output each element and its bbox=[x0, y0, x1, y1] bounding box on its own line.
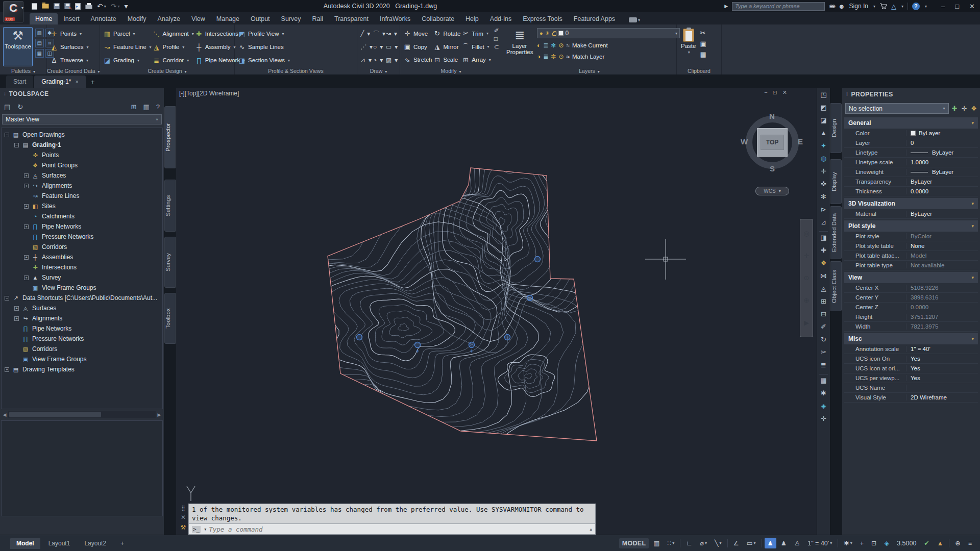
properties-section-view[interactable]: View▾ bbox=[844, 272, 978, 283]
compass-south[interactable]: S bbox=[770, 164, 775, 173]
wcs-selector[interactable]: WCS▾ bbox=[755, 187, 789, 195]
side-tool-icon-21[interactable]: ↻ bbox=[821, 336, 826, 346]
property-value[interactable]: Yes bbox=[906, 356, 978, 362]
status-graphics-performance-icon[interactable]: ✔ bbox=[921, 538, 932, 548]
ribbon-item-parcel[interactable]: ▦Parcel▾ bbox=[103, 27, 152, 40]
status-annotation-visibility-icon[interactable]: ♟ bbox=[765, 538, 776, 548]
paste-button[interactable]: Paste ▾ bbox=[680, 27, 697, 66]
toolspace-preview-toggle-icon[interactable]: ▦ bbox=[143, 103, 149, 111]
ribbon-item-profile[interactable]: ◮Profile▾ bbox=[153, 40, 194, 54]
side-tool-icon-14[interactable]: ✚ bbox=[821, 246, 826, 257]
properties-section-plot-style[interactable]: Plot style▾ bbox=[844, 220, 978, 232]
a360-arrow-icon[interactable]: ▾ bbox=[901, 4, 903, 9]
side-tool-icon-22[interactable]: ✂ bbox=[821, 348, 826, 359]
tree-item-assemblies[interactable]: +┼Assemblies bbox=[2, 252, 162, 262]
survey-point-marker[interactable] bbox=[505, 335, 510, 340]
menu-tab-modify[interactable]: Modify bbox=[122, 13, 152, 24]
contour-line[interactable] bbox=[518, 369, 537, 384]
tree-item-catchments[interactable]: ◔Catchments bbox=[2, 211, 162, 221]
status-warning-icon[interactable]: ▲ bbox=[934, 538, 946, 548]
cart-icon[interactable] bbox=[879, 3, 887, 10]
properties-section-general[interactable]: General▾ bbox=[844, 117, 978, 129]
status-layer-indicator-icon[interactable]: ◈ bbox=[881, 538, 893, 548]
palette-tool-icon-1[interactable]: ▥ bbox=[35, 29, 44, 37]
toolspace-help-icon[interactable]: ? bbox=[156, 103, 160, 111]
menu-tab-output[interactable]: Output bbox=[245, 13, 276, 24]
ribbon-item-corridor[interactable]: ≣Corridor▾ bbox=[153, 54, 194, 67]
tree-item-alignments[interactable]: +↪Alignments bbox=[2, 181, 162, 191]
tree-expander-icon[interactable]: + bbox=[24, 184, 29, 188]
help-arrow-icon[interactable]: ▾ bbox=[925, 4, 927, 9]
menu-tab-help[interactable]: Help bbox=[460, 13, 484, 24]
toolspace-button[interactable]: ⚒ Toolspace bbox=[3, 27, 33, 66]
help-icon[interactable]: ? bbox=[912, 3, 920, 10]
tree-expander-icon[interactable]: + bbox=[24, 255, 29, 260]
modify-extra-icon-2[interactable]: □ bbox=[494, 35, 499, 42]
property-value[interactable]: Yes bbox=[906, 365, 978, 371]
contour-drawing[interactable] bbox=[176, 88, 817, 535]
toolspace-hscrollbar[interactable]: ◀ ▶ bbox=[1, 411, 163, 418]
modify-extra-icon-3[interactable]: ⊂ bbox=[494, 43, 499, 51]
contour-line[interactable] bbox=[288, 241, 518, 422]
property-value[interactable]: Yes bbox=[906, 375, 978, 381]
tree-expander-icon[interactable]: + bbox=[24, 173, 29, 178]
ribbon-item-mirror[interactable]: ◮Mirror bbox=[433, 40, 460, 54]
drawing-area[interactable]: [-][Top][2D Wireframe] −⊡✕ N S W E TOP W… bbox=[176, 88, 817, 535]
contour-line[interactable] bbox=[329, 278, 492, 395]
survey-point-marker[interactable] bbox=[357, 335, 362, 340]
tree-item-pressure-networks[interactable]: ∏Pressure Networks bbox=[2, 232, 162, 242]
tree-expander-icon[interactable]: + bbox=[14, 306, 19, 311]
properties-grip-icon[interactable]: ⁞ bbox=[846, 92, 848, 97]
section-collapse-icon[interactable]: ▾ bbox=[971, 275, 974, 280]
tree-item-drawing-templates[interactable]: +▤Drawing Templates bbox=[2, 364, 162, 374]
layer-tool-icon-row1-3[interactable]: ✻ bbox=[551, 42, 556, 49]
paste-special-icon[interactable]: ▦ bbox=[700, 51, 706, 58]
layer-tool-icon-row1-5[interactable]: ≈ bbox=[566, 42, 570, 49]
viewport-controls-label[interactable]: [-][Top][2D Wireframe] bbox=[179, 90, 239, 97]
view-cube-top-face[interactable]: TOP bbox=[757, 128, 788, 157]
status-snap-mode-icon[interactable]: ∷▾ bbox=[664, 538, 677, 548]
tree-item-data-shortcuts-c-users[interactable]: −↗Data Shortcuts [C:\Users\Public\Docume… bbox=[2, 293, 162, 303]
new-file-tab-button[interactable]: + bbox=[87, 76, 99, 88]
ribbon-item-scale[interactable]: ⊡Scale bbox=[433, 53, 460, 66]
zoom-icon[interactable]: ⊙ bbox=[804, 274, 810, 282]
contour-line[interactable] bbox=[511, 364, 543, 388]
tree-expander-icon[interactable]: + bbox=[24, 224, 29, 229]
ribbon-item-alignment[interactable]: ⋱Alignment▾ bbox=[153, 27, 194, 40]
status-object-snap-icon[interactable]: ▭▾ bbox=[744, 538, 759, 548]
menu-tab-featured-apps[interactable]: Featured Apps bbox=[568, 13, 621, 24]
contour-line[interactable] bbox=[242, 194, 589, 449]
property-value[interactable]: 0.0000 bbox=[906, 188, 978, 194]
contour-line[interactable] bbox=[525, 373, 532, 379]
side-tool-icon-1[interactable]: ◳ bbox=[820, 91, 826, 102]
viewport-minimize-icon[interactable]: − bbox=[764, 89, 767, 96]
toolspace-header[interactable]: ⁞ TOOLSPACE bbox=[0, 88, 164, 100]
tree-item-point-groups[interactable]: ❖Point Groups bbox=[2, 160, 162, 170]
toolspace-tab-settings[interactable]: Settings bbox=[164, 180, 176, 232]
ribbon-item-traverse[interactable]: ∆Traverse▾ bbox=[50, 54, 96, 67]
contour-line[interactable] bbox=[499, 218, 505, 226]
contour-line[interactable] bbox=[389, 317, 421, 338]
showmotion-icon[interactable]: ▶ bbox=[804, 319, 809, 327]
scroll-track[interactable] bbox=[8, 411, 156, 418]
draw-tool-6[interactable]: ▭▾ bbox=[386, 40, 399, 54]
sign-in-arrow-icon[interactable]: ▾ bbox=[873, 4, 875, 9]
tree-item-grading-1[interactable]: −▤Grading-1 bbox=[2, 140, 162, 150]
tree-item-pressure-networks[interactable]: ∏Pressure Networks bbox=[2, 334, 162, 344]
layout-tab-model[interactable]: Model bbox=[10, 538, 40, 549]
new-layout-button[interactable]: + bbox=[114, 538, 130, 549]
survey-point-marker[interactable] bbox=[535, 257, 541, 262]
tree-expander-icon[interactable]: + bbox=[24, 204, 29, 209]
close-button[interactable]: ✕ bbox=[966, 3, 978, 10]
side-tool-icon-2[interactable]: ◩ bbox=[820, 104, 826, 114]
side-tool-icon-25[interactable]: ▦ bbox=[820, 377, 826, 387]
menu-tab-manage[interactable]: Manage bbox=[211, 13, 245, 24]
tree-item-surfaces[interactable]: +◬Surfaces bbox=[2, 303, 162, 313]
tree-expander-icon[interactable]: + bbox=[24, 276, 29, 280]
contour-line[interactable] bbox=[369, 299, 455, 361]
scroll-left-icon[interactable]: ◀ bbox=[1, 412, 8, 417]
menu-tab-express-tools[interactable]: Express Tools bbox=[517, 13, 568, 24]
side-tool-icon-9[interactable]: ✻ bbox=[821, 193, 826, 204]
view-cube[interactable]: N S W E TOP bbox=[746, 116, 799, 169]
contour-line[interactable] bbox=[447, 160, 551, 290]
